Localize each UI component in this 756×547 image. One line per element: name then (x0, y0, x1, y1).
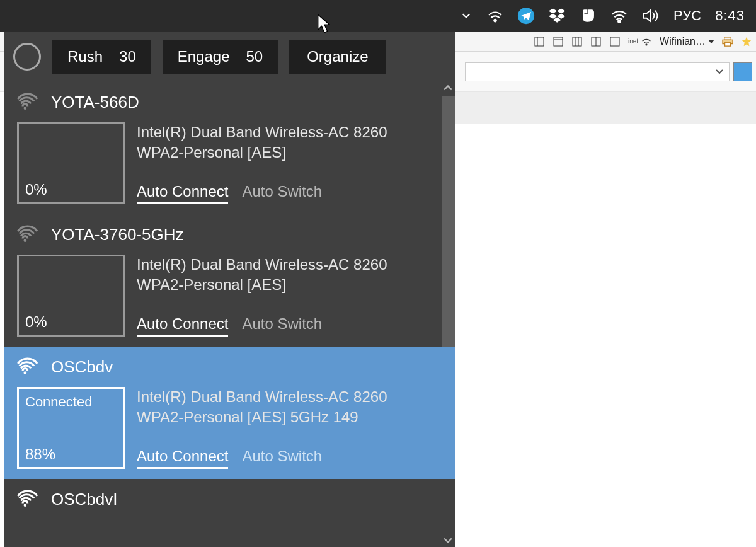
dropdown-field[interactable] (465, 62, 730, 81)
network-body: 0%Intel(R) Dual Band Wireless-AC 8260WPA… (4, 122, 455, 214)
wifi-signal-icon (17, 490, 40, 509)
auto-switch-toggle[interactable]: Auto Switch (242, 447, 322, 469)
network-body: 0%Intel(R) Dual Band Wireless-AC 8260WPA… (4, 255, 455, 347)
layout-icon-5[interactable] (609, 36, 621, 47)
engage-label: Engage (178, 48, 230, 66)
wifi-signal-icon (17, 225, 40, 244)
svg-point-0 (494, 20, 496, 21)
organize-label: Organize (307, 48, 368, 66)
svg-rect-20 (724, 37, 731, 39)
layout-icon[interactable] (534, 36, 545, 47)
language-indicator[interactable]: РУС (673, 8, 701, 24)
star-icon[interactable] (741, 36, 752, 47)
engage-button[interactable]: Engage 50 (163, 40, 278, 74)
network-actions: Auto ConnectAuto Switch (137, 183, 442, 204)
auto-connect-toggle[interactable]: Auto Connect (137, 315, 228, 337)
auto-connect-toggle[interactable]: Auto Connect (137, 447, 228, 469)
layout-icon-4[interactable] (590, 36, 602, 47)
network-item[interactable]: YOTA-3760-5GHz0%Intel(R) Dual Band Wirel… (4, 214, 455, 347)
layout-icon-2[interactable] (553, 36, 564, 47)
layout-icon-3[interactable] (571, 36, 583, 47)
monitor-thumbnail-icon[interactable] (733, 62, 752, 81)
signal-percent: 0% (25, 181, 117, 199)
network-header[interactable]: OSCbdvI (4, 479, 455, 519)
chevron-down-icon (715, 69, 724, 74)
wifi-signal-icon (17, 357, 40, 376)
svg-marker-5 (557, 14, 565, 19)
network-header[interactable]: OSCbdv (4, 347, 455, 387)
signal-box[interactable]: 0% (17, 255, 125, 337)
network-list: YOTA-566D0%Intel(R) Dual Band Wireless-A… (4, 82, 455, 547)
rush-button[interactable]: Rush 30 (52, 40, 151, 74)
network-ssid: YOTA-3760-5GHz (51, 225, 183, 245)
chevron-down-icon[interactable] (459, 9, 473, 23)
network-info: Intel(R) Dual Band Wireless-AC 8260WPA2-… (137, 387, 442, 469)
network-actions: Auto ConnectAuto Switch (137, 447, 442, 469)
svg-marker-23 (742, 37, 751, 45)
background-row (455, 92, 756, 124)
rescan-button[interactable] (13, 43, 41, 71)
rush-value: 30 (119, 48, 136, 66)
system-taskbar: РУС 8:43 (0, 0, 756, 32)
network-status (25, 262, 117, 277)
svg-point-26 (24, 371, 27, 374)
inet-label: inet (628, 38, 638, 45)
network-item[interactable]: OSCbdvConnected88%Intel(R) Dual Band Wir… (4, 347, 455, 479)
telegram-icon[interactable] (517, 7, 535, 25)
network-status (25, 129, 117, 144)
svg-marker-2 (549, 8, 557, 13)
svg-marker-19 (708, 40, 714, 43)
network-actions: Auto ConnectAuto Switch (137, 315, 442, 337)
svg-rect-22 (725, 42, 731, 45)
auto-switch-toggle[interactable]: Auto Switch (242, 315, 322, 337)
network-ssid: OSCbdvI (51, 490, 118, 509)
network-info: Intel(R) Dual Band Wireless-AC 8260WPA2-… (137, 122, 442, 204)
adapter-text: Intel(R) Dual Band Wireless-AC 8260WPA2-… (137, 255, 442, 296)
network-ssid: OSCbdv (51, 357, 113, 377)
app-menu-label[interactable]: Wifinian… (660, 36, 714, 47)
signal-percent: 88% (25, 446, 117, 463)
dropbox-icon[interactable] (549, 8, 566, 23)
svg-rect-10 (554, 37, 563, 46)
signal-box[interactable]: 0% (17, 122, 125, 204)
rush-label: Rush (67, 48, 103, 66)
svg-rect-17 (610, 37, 619, 46)
evernote-icon[interactable] (580, 8, 597, 24)
network-item[interactable]: YOTA-566D0%Intel(R) Dual Band Wireless-A… (4, 82, 455, 214)
wifi-mini-icon[interactable] (641, 36, 652, 47)
auto-connect-toggle[interactable]: Auto Connect (137, 183, 228, 204)
system-clock[interactable]: 8:43 (715, 8, 745, 24)
network-header[interactable]: YOTA-3760-5GHz (4, 214, 455, 255)
wifi-tray-icon[interactable] (610, 9, 628, 23)
svg-point-18 (646, 43, 647, 45)
volume-icon[interactable] (642, 8, 660, 23)
svg-point-24 (24, 107, 27, 110)
signal-box[interactable]: Connected88% (17, 387, 125, 469)
menu-text: Wifinian… (660, 36, 706, 47)
adapter-text: Intel(R) Dual Band Wireless-AC 8260WPA2-… (137, 387, 442, 428)
wifi-panel: Rush 30 Engage 50 Organize YOTA-566D0%In… (4, 32, 455, 547)
svg-marker-3 (557, 8, 565, 13)
svg-point-27 (24, 504, 27, 507)
engage-value: 50 (246, 48, 263, 66)
svg-point-25 (24, 239, 27, 242)
wifi-status-icon[interactable] (487, 9, 503, 23)
panel-header: Rush 30 Engage 50 Organize (4, 32, 455, 82)
network-item[interactable]: OSCbdvI (4, 479, 455, 519)
network-info: Intel(R) Dual Band Wireless-AC 8260WPA2-… (137, 255, 442, 337)
network-body: Connected88%Intel(R) Dual Band Wireless-… (4, 387, 455, 479)
network-status: Connected (25, 394, 117, 410)
dropdown-caret-icon (708, 40, 714, 43)
svg-point-7 (618, 20, 621, 23)
svg-rect-12 (573, 37, 581, 46)
auto-switch-toggle[interactable]: Auto Switch (242, 183, 322, 204)
signal-percent: 0% (25, 313, 117, 331)
organize-button[interactable]: Organize (289, 40, 386, 74)
network-ssid: YOTA-566D (51, 93, 139, 112)
printer-icon[interactable] (722, 36, 733, 47)
network-header[interactable]: YOTA-566D (4, 82, 455, 122)
wifi-signal-icon (17, 93, 40, 112)
adapter-text: Intel(R) Dual Band Wireless-AC 8260WPA2-… (137, 122, 442, 163)
svg-rect-8 (535, 37, 544, 46)
